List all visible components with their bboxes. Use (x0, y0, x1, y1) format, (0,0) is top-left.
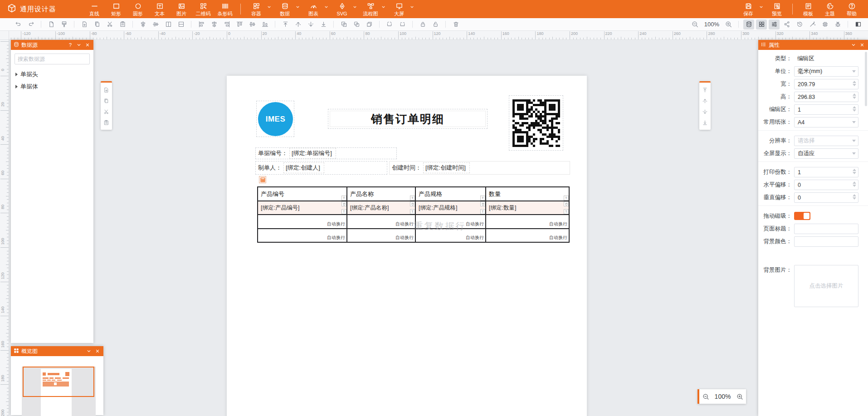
prop-number-input[interactable]: 1 (794, 167, 858, 177)
tool-条形码[interactable]: 条形码 (214, 0, 236, 18)
step-up-icon[interactable] (853, 81, 856, 83)
tool-流程图[interactable]: 流程图 (360, 0, 381, 18)
table-autowrap-cell[interactable]: 自动换行 (486, 215, 569, 229)
text-style-badge[interactable]: T (410, 196, 415, 201)
background-image-picker[interactable]: 点击选择图片 (794, 265, 858, 307)
table-autowrap-cell[interactable]: 自动换行 (258, 215, 347, 229)
模板-button[interactable]: 模板 (797, 0, 819, 18)
bug-button[interactable] (832, 20, 843, 29)
align-center-button[interactable] (209, 20, 219, 29)
arr-up-button[interactable] (293, 20, 303, 29)
table-autowrap-cell[interactable]: 自动换行 (347, 215, 415, 229)
tool-文本[interactable]: 文本 (149, 0, 171, 18)
step-up-icon[interactable] (853, 106, 856, 108)
tree-expand-icon[interactable] (15, 85, 18, 88)
zoom-out-button[interactable] (699, 393, 712, 400)
datasource-search-input[interactable] (15, 54, 90, 64)
step-up-icon[interactable] (853, 194, 856, 196)
number-stepper[interactable] (853, 169, 856, 174)
close-icon[interactable] (859, 42, 865, 48)
prop-number-input[interactable]: 0 (794, 192, 858, 203)
datasource-help-button[interactable]: ? (67, 42, 73, 48)
number-stepper[interactable] (853, 194, 856, 200)
cut-button[interactable] (102, 106, 111, 117)
delete-binding-icon[interactable] (480, 201, 485, 206)
step-down-icon[interactable] (853, 197, 856, 200)
prop-select[interactable]: 毫米(mm) (794, 66, 858, 77)
tree-item-单据头[interactable]: 单据头 (11, 69, 93, 79)
table-autowrap-cell[interactable]: 自动换行 (415, 215, 486, 229)
prop-select[interactable]: 自适应 (794, 148, 858, 159)
redo-button[interactable] (25, 20, 36, 29)
field-binding-value[interactable]: [绑定:创建时间] (423, 162, 470, 173)
close-icon[interactable] (94, 348, 101, 354)
lock-button[interactable] (417, 20, 428, 29)
chevron-down-icon[interactable] (410, 3, 414, 11)
step-up-icon[interactable] (853, 169, 856, 171)
arr-top-button[interactable] (280, 20, 291, 29)
table-settings-icon[interactable] (259, 176, 266, 183)
tool-图表[interactable]: 图表 (302, 0, 324, 18)
tree-item-单据体[interactable]: 单据体 (11, 81, 93, 92)
add-page-button[interactable] (102, 84, 111, 95)
arr-down-button[interactable] (305, 20, 316, 29)
title-element[interactable]: 销售订单明细 (328, 109, 488, 129)
预览-button[interactable]: 预览 (766, 0, 788, 18)
field-row-creator[interactable]: 制单人： [绑定:创建人] (255, 161, 387, 175)
nodes-button[interactable] (781, 20, 792, 29)
scrollbar[interactable] (865, 52, 867, 106)
file-add-button[interactable] (79, 20, 90, 29)
field-binding-value[interactable]: [绑定:创建人] (283, 162, 324, 173)
tool-大屏[interactable]: 大屏 (388, 0, 410, 18)
move-up-button[interactable] (700, 95, 710, 106)
tool-数据[interactable]: 数据 (274, 0, 296, 18)
prop-select[interactable]: A4 (794, 117, 858, 127)
ungroup-button[interactable] (384, 20, 395, 29)
text-style-badge[interactable]: T (341, 196, 346, 201)
prop-select[interactable]: 请选择 (794, 136, 858, 146)
text-style-badge[interactable]: T (480, 209, 485, 214)
tool-直线[interactable]: 直线 (83, 0, 105, 18)
zoom-in-button[interactable] (723, 20, 734, 29)
align-right-button[interactable] (221, 20, 232, 29)
table-binding-cell[interactable]: [绑定:产品编号]T (258, 201, 347, 215)
drag-snap-toggle[interactable] (794, 212, 810, 220)
align-left-button[interactable] (196, 20, 207, 29)
number-stepper[interactable] (853, 181, 856, 187)
table-autowrap-cell[interactable]: 自动换行 (486, 229, 569, 242)
tool-二维码[interactable]: 二维码 (192, 0, 214, 18)
paste-button[interactable] (102, 117, 111, 128)
text-style-badge[interactable]: T (341, 209, 346, 214)
collapse-icon[interactable] (76, 42, 82, 48)
table-autowrap-cell[interactable]: 自动换行 (415, 229, 486, 242)
delete-binding-icon[interactable] (341, 201, 346, 206)
table-header-cell[interactable]: 产品编号T (258, 187, 347, 201)
product-table[interactable]: 产品编号T产品名称T产品规格T数量T[绑定:产品编号]T[绑定:产品名称]T[绑… (257, 186, 570, 243)
copy-button[interactable] (102, 95, 111, 106)
tool-容器[interactable]: 容器 (245, 0, 267, 18)
tree-expand-icon[interactable] (15, 73, 18, 76)
brush-button[interactable] (59, 20, 69, 29)
bring-to-front-button[interactable] (700, 84, 710, 95)
chevron-down-icon[interactable] (381, 3, 385, 11)
step-up-icon[interactable] (853, 181, 856, 184)
sliders-button[interactable] (769, 20, 780, 29)
prop-number-input[interactable]: 209.79 (794, 79, 858, 89)
db-button[interactable] (743, 20, 754, 29)
paste-button[interactable] (117, 20, 128, 29)
chip-button[interactable] (819, 20, 830, 29)
ungroup2-button[interactable] (397, 20, 408, 29)
text-style-badge[interactable]: T (410, 209, 415, 214)
prop-number-input[interactable]: 0 (794, 180, 858, 190)
center-v-button[interactable] (137, 20, 148, 29)
table-autowrap-cell[interactable]: 自动换行 (258, 229, 347, 242)
move-down-button[interactable] (700, 106, 710, 117)
step-down-icon[interactable] (853, 84, 856, 86)
scissors-button[interactable] (104, 20, 115, 29)
unlock-button[interactable] (430, 20, 441, 29)
send-to-back-button[interactable] (700, 117, 710, 128)
blocks-button[interactable] (756, 20, 767, 29)
group-button[interactable] (338, 20, 349, 29)
text-style-badge[interactable]: T (480, 196, 485, 201)
prop-number-input[interactable]: 1 (794, 104, 858, 115)
